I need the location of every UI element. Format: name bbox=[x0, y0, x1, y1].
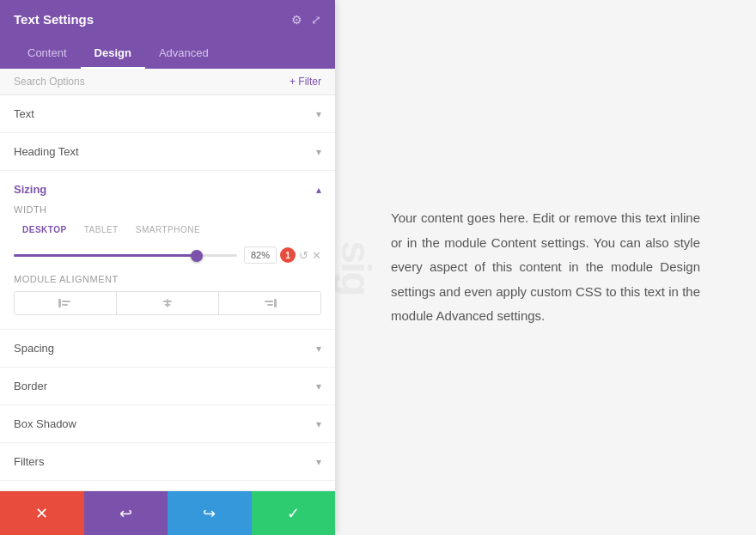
search-options-label: Search Options bbox=[14, 76, 85, 88]
panel-title: Text Settings bbox=[14, 12, 94, 27]
expand-icon[interactable]: ⤢ bbox=[311, 13, 321, 27]
width-slider-track[interactable] bbox=[14, 254, 237, 257]
text-section-row[interactable]: Text ▾ bbox=[0, 95, 335, 133]
width-label: Width bbox=[14, 204, 321, 215]
confirm-icon: ✓ bbox=[287, 504, 300, 523]
text-chevron-icon: ▾ bbox=[316, 108, 321, 120]
border-section-label: Border bbox=[14, 380, 47, 392]
heading-text-section-label: Heading Text bbox=[14, 145, 79, 158]
settings-icon[interactable]: ⚙ bbox=[291, 13, 302, 27]
spacing-section-label: Spacing bbox=[14, 342, 54, 355]
alignment-buttons bbox=[14, 291, 321, 315]
undo-icon: ↩ bbox=[119, 504, 132, 523]
heading-text-chevron-icon: ▾ bbox=[316, 146, 321, 158]
confirm-button[interactable]: ✓ bbox=[252, 491, 336, 535]
svg-rect-6 bbox=[274, 299, 277, 307]
page-wrapper: Text Settings ⚙ ⤢ Content Design Advance… bbox=[0, 0, 756, 535]
filter-button[interactable]: + Filter bbox=[290, 76, 321, 88]
settings-panel: Text Settings ⚙ ⤢ Content Design Advance… bbox=[0, 0, 335, 535]
device-tab-tablet[interactable]: TABLET bbox=[76, 222, 127, 238]
sizing-section-header[interactable]: Sizing ▴ bbox=[0, 171, 335, 204]
cancel-icon: ✕ bbox=[35, 504, 48, 523]
search-bar: Search Options + Filter bbox=[0, 69, 335, 95]
tabs-row: Content Design Advanced bbox=[0, 39, 335, 69]
sizing-section-label: Sizing bbox=[14, 183, 46, 196]
tab-content[interactable]: Content bbox=[14, 39, 81, 69]
panel-footer: ✕ ↩ ↪ ✓ bbox=[0, 490, 335, 535]
svg-rect-0 bbox=[58, 299, 61, 307]
slider-fill bbox=[14, 254, 197, 257]
tab-design[interactable]: Design bbox=[81, 39, 145, 69]
slider-row: 1 ↺ ✕ bbox=[14, 246, 321, 264]
device-tab-desktop[interactable]: DESKTOP bbox=[14, 222, 76, 238]
left-edge-decoration: sig bbox=[335, 240, 376, 295]
filters-chevron-icon: ▾ bbox=[316, 456, 321, 468]
sizing-content: Width DESKTOP TABLET SMARTPHONE bbox=[0, 204, 335, 329]
filters-section-row[interactable]: Filters ▾ bbox=[0, 443, 335, 481]
svg-rect-3 bbox=[167, 299, 168, 307]
right-content-area: sig Your content goes here. Edit or remo… bbox=[335, 0, 756, 535]
panel-header: Text Settings ⚙ ⤢ bbox=[0, 0, 335, 39]
reset-icon[interactable]: ↺ bbox=[299, 249, 308, 262]
svg-rect-1 bbox=[62, 301, 70, 302]
cancel-button[interactable]: ✕ bbox=[0, 491, 84, 535]
redo-icon: ↪ bbox=[203, 504, 216, 523]
close-small-icon[interactable]: ✕ bbox=[312, 249, 321, 262]
svg-rect-8 bbox=[267, 304, 273, 306]
content-text: Your content goes here. Edit or remove t… bbox=[391, 206, 700, 329]
spacing-chevron-icon: ▾ bbox=[316, 343, 321, 355]
text-section-label: Text bbox=[14, 107, 34, 120]
sizing-chevron-icon: ▴ bbox=[316, 184, 321, 196]
align-right-button[interactable] bbox=[219, 292, 320, 314]
box-shadow-section-row[interactable]: Box Shadow ▾ bbox=[0, 405, 335, 443]
slider-thumb[interactable] bbox=[191, 250, 203, 262]
box-shadow-chevron-icon: ▾ bbox=[316, 418, 321, 430]
device-tab-smartphone[interactable]: SMARTPHONE bbox=[127, 222, 209, 238]
box-shadow-section-label: Box Shadow bbox=[14, 417, 76, 430]
redo-button[interactable]: ↪ bbox=[168, 491, 252, 535]
tab-advanced[interactable]: Advanced bbox=[145, 39, 223, 69]
border-section-row[interactable]: Border ▾ bbox=[0, 368, 335, 405]
filters-section-label: Filters bbox=[14, 455, 44, 468]
svg-rect-4 bbox=[163, 301, 172, 302]
svg-rect-7 bbox=[265, 301, 273, 302]
width-value-input[interactable] bbox=[244, 246, 277, 264]
svg-rect-5 bbox=[165, 304, 171, 306]
panel-body: Text ▾ Heading Text ▾ Sizing ▴ Width DES… bbox=[0, 95, 335, 490]
svg-rect-2 bbox=[62, 304, 68, 306]
slider-value-group: 1 ↺ ✕ bbox=[244, 246, 321, 264]
border-chevron-icon: ▾ bbox=[316, 380, 321, 392]
panel-header-icons: ⚙ ⤢ bbox=[291, 13, 321, 27]
heading-text-section-row[interactable]: Heading Text ▾ bbox=[0, 133, 335, 171]
sizing-section: Sizing ▴ Width DESKTOP TABLET SMARTPHONE bbox=[0, 171, 335, 330]
undo-button[interactable]: ↩ bbox=[84, 491, 168, 535]
device-tabs: DESKTOP TABLET SMARTPHONE bbox=[14, 222, 321, 238]
align-left-button[interactable] bbox=[15, 292, 117, 314]
change-badge: 1 bbox=[280, 247, 296, 263]
spacing-section-row[interactable]: Spacing ▾ bbox=[0, 330, 335, 368]
module-alignment-label: Module Alignment bbox=[14, 274, 321, 284]
align-center-button[interactable] bbox=[117, 292, 219, 314]
